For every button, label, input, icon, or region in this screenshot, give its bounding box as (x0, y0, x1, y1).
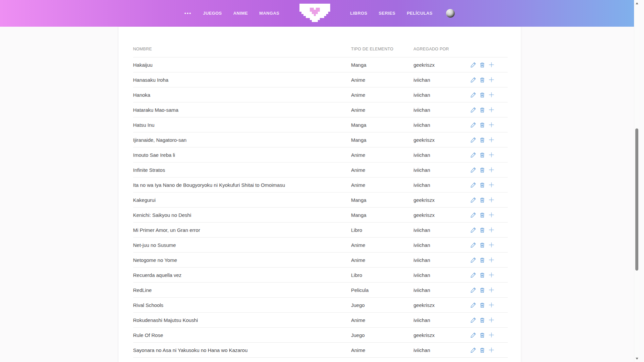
table-row: Infinite Stratos Anime iviichan (133, 162, 508, 177)
delete-icon[interactable] (479, 92, 485, 98)
edit-icon[interactable] (470, 92, 476, 98)
delete-icon[interactable] (479, 332, 485, 338)
delete-icon[interactable] (479, 122, 485, 128)
row-name-cell: Rival Schools (133, 302, 351, 308)
table-row: Net-juu no Susume Anime iviichan (133, 238, 508, 253)
delete-icon[interactable] (479, 167, 485, 173)
row-actions (470, 302, 508, 308)
nav-item-peliculas[interactable]: PELÍCULAS (407, 0, 432, 27)
row-type-cell: Anime (351, 242, 414, 248)
row-actions (470, 317, 508, 323)
edit-icon[interactable] (470, 227, 476, 233)
delete-icon[interactable] (479, 107, 485, 113)
edit-icon[interactable] (470, 137, 476, 143)
edit-icon[interactable] (470, 317, 476, 323)
row-actions (470, 107, 508, 113)
table-row: RedLine Pelicula iviichan (133, 283, 508, 298)
row-type-cell: Manga (351, 62, 414, 68)
delete-icon[interactable] (479, 242, 485, 248)
add-icon[interactable] (488, 257, 494, 263)
scrollbar-thumb[interactable] (635, 128, 638, 271)
row-actions (470, 287, 508, 293)
add-icon[interactable] (488, 332, 494, 338)
add-icon[interactable] (488, 137, 494, 143)
add-icon[interactable] (488, 227, 494, 233)
row-type-cell: Anime (351, 167, 414, 173)
delete-icon[interactable] (479, 197, 485, 203)
row-type-cell: Anime (351, 347, 414, 353)
delete-icon[interactable] (479, 227, 485, 233)
add-icon[interactable] (488, 92, 494, 98)
row-addedby-cell: geekriszx (414, 62, 470, 68)
delete-icon[interactable] (479, 212, 485, 218)
add-icon[interactable] (488, 317, 494, 323)
add-icon[interactable] (488, 242, 494, 248)
edit-icon[interactable] (470, 182, 476, 188)
table-row: Imouto Sae Ireba li Anime iviichan (133, 147, 508, 162)
add-icon[interactable] (488, 272, 494, 278)
scrollbar-up-arrow-icon[interactable] (634, 1, 639, 6)
edit-icon[interactable] (470, 257, 476, 263)
edit-icon[interactable] (470, 272, 476, 278)
nav-item-series[interactable]: SERIES (379, 0, 395, 27)
add-icon[interactable] (488, 122, 494, 128)
column-header-agregado: AGREGADO POR (414, 47, 470, 51)
nav-item-libros[interactable]: LIBROS (350, 0, 368, 27)
add-icon[interactable] (488, 62, 494, 68)
delete-icon[interactable] (479, 347, 485, 353)
nav-item-mangas[interactable]: MANGAS (259, 0, 279, 27)
row-name-cell: Netogome no Yome (133, 257, 351, 263)
nav-item-juegos[interactable]: JUEGOS (203, 0, 222, 27)
user-avatar[interactable] (446, 9, 455, 18)
delete-icon[interactable] (479, 272, 485, 278)
edit-icon[interactable] (470, 302, 476, 308)
delete-icon[interactable] (479, 287, 485, 293)
add-icon[interactable] (488, 107, 494, 113)
edit-icon[interactable] (470, 347, 476, 353)
edit-icon[interactable] (470, 152, 476, 158)
add-icon[interactable] (488, 197, 494, 203)
delete-icon[interactable] (479, 317, 485, 323)
edit-icon[interactable] (470, 107, 476, 113)
delete-icon[interactable] (479, 182, 485, 188)
edit-icon[interactable] (470, 332, 476, 338)
edit-icon[interactable] (470, 287, 476, 293)
add-icon[interactable] (488, 182, 494, 188)
edit-icon[interactable] (470, 77, 476, 83)
add-icon[interactable] (488, 77, 494, 83)
scrollbar-down-arrow-icon[interactable] (634, 356, 639, 361)
delete-icon[interactable] (479, 137, 485, 143)
nav-item-anime[interactable]: ANIME (233, 0, 248, 27)
delete-icon[interactable] (479, 152, 485, 158)
delete-icon[interactable] (479, 62, 485, 68)
delete-icon[interactable] (479, 77, 485, 83)
table-row: Mi Primer Amor, un Gran error Libro ivii… (133, 223, 508, 238)
page: ••• JUEGOS ANIME MANGAS (0, 0, 639, 362)
add-icon[interactable] (488, 167, 494, 173)
add-icon[interactable] (488, 347, 494, 353)
row-name-cell: Imouto Sae Ireba li (133, 152, 351, 158)
scrollbar-track[interactable] (634, 0, 639, 362)
pantsu-heart-logo[interactable] (299, 4, 330, 23)
row-addedby-cell: geekriszx (414, 302, 470, 308)
edit-icon[interactable] (470, 167, 476, 173)
edit-icon[interactable] (470, 212, 476, 218)
row-type-cell: Anime (351, 107, 414, 113)
edit-icon[interactable] (470, 197, 476, 203)
delete-icon[interactable] (479, 302, 485, 308)
add-icon[interactable] (488, 212, 494, 218)
edit-icon[interactable] (470, 122, 476, 128)
add-icon[interactable] (488, 152, 494, 158)
row-name-cell: Kakegurui (133, 197, 351, 203)
edit-icon[interactable] (470, 62, 476, 68)
edit-icon[interactable] (470, 242, 476, 248)
table-row: Kakegurui Manga geekriszx (133, 193, 508, 208)
nav-more-menu[interactable]: ••• (184, 0, 192, 27)
row-name-cell: Net-juu no Susume (133, 242, 351, 248)
add-icon[interactable] (488, 302, 494, 308)
delete-icon[interactable] (479, 257, 485, 263)
column-header-nombre: NOMBRE (133, 47, 351, 51)
table-row: Hakaijuu Manga geekriszx (133, 57, 508, 72)
add-icon[interactable] (488, 287, 494, 293)
row-name-cell: Infinite Stratos (133, 167, 351, 173)
